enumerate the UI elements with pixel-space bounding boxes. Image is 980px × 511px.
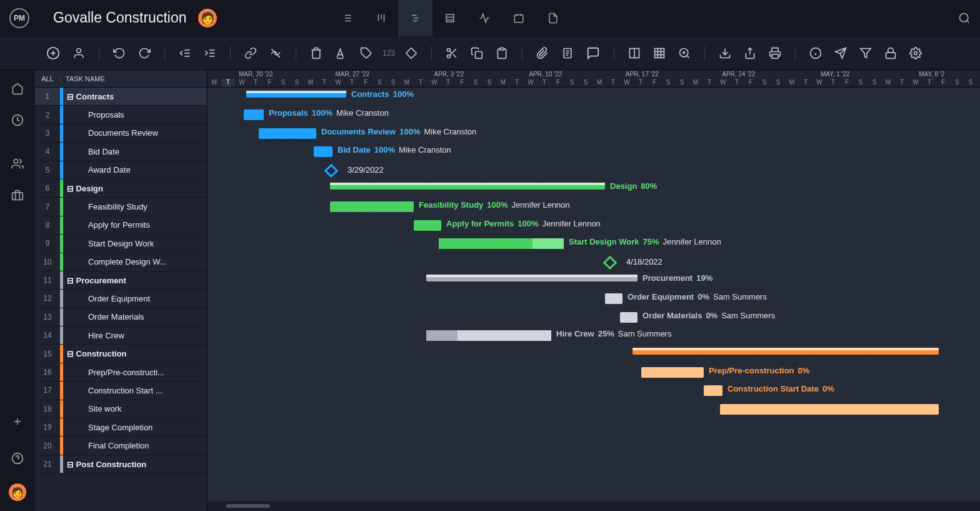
undo-icon[interactable] [111,44,128,62]
collapse-icon[interactable]: ⊟ [67,349,74,358]
scrollbar-thumb[interactable] [226,504,270,508]
task-row[interactable]: 11⊟ Procurement [35,271,207,290]
task-bar[interactable]: Documents Review100%Mike Cranston [259,128,316,139]
day-label: T [318,79,331,88]
lock-icon[interactable] [882,44,899,62]
task-bar[interactable]: Construction Start Date0% [704,385,722,396]
task-row[interactable]: 7Feasibility Study [35,198,207,216]
task-row[interactable]: 10Complete Design W... [35,253,207,271]
view-sheet-icon[interactable] [432,0,467,36]
delete-icon[interactable] [308,44,325,62]
gantt-body[interactable]: Contracts100%Proposals100%Mike CranstonD… [208,88,980,511]
row-number: 16 [35,368,60,377]
task-row[interactable]: 9Start Design Work [35,235,207,253]
task-row[interactable]: 5Award Date [35,161,207,180]
task-bar[interactable]: Feasibility Study100%Jennifer Lennon [330,201,414,212]
task-row[interactable]: 1⊟ Contracts [35,88,207,106]
zoom-icon[interactable] [676,44,693,62]
view-activity-icon[interactable] [467,0,501,36]
task-row[interactable]: 3Documents Review [35,124,207,143]
column-task-name[interactable]: TASK NAME [60,75,105,83]
task-bar[interactable]: Start Design Work75%Jennifer Lennon [439,238,564,249]
cut-icon[interactable] [443,44,461,62]
task-bar[interactable] [720,404,939,415]
attach-icon[interactable] [534,44,551,62]
task-row[interactable]: 4Bid Date [35,143,207,161]
milestone-marker[interactable] [603,255,618,270]
link-icon[interactable] [242,44,259,62]
add-workspace-icon[interactable] [12,416,23,427]
home-icon[interactable] [11,83,24,95]
task-row[interactable]: 6⊟ Design [35,180,207,198]
assign-icon[interactable] [70,44,88,62]
paste-icon[interactable] [493,44,511,62]
tag-icon[interactable] [358,44,375,62]
send-icon[interactable] [832,44,849,62]
task-name: Order Equipment [63,294,207,303]
milestone-icon[interactable] [402,44,420,62]
user-avatar-icon[interactable]: 🧑 [9,483,26,501]
grid-icon[interactable] [651,44,668,62]
share-icon[interactable] [741,44,759,62]
view-gantt-icon[interactable] [398,0,432,36]
search-icon[interactable] [958,12,971,24]
task-bar[interactable]: Proposals100%Mike Cranston [244,109,264,120]
task-row[interactable]: 15⊟ Construction [35,345,207,363]
view-list-icon[interactable] [329,0,364,36]
view-calendar-icon[interactable] [501,0,536,36]
horizontal-scrollbar[interactable] [208,501,980,511]
task-row[interactable]: 13Order Materials [35,308,207,326]
collapse-icon[interactable]: ⊟ [67,460,74,469]
task-name: Hire Crew [63,331,207,340]
info-icon[interactable] [807,44,824,62]
task-row[interactable]: 14Hire Crew [35,326,207,345]
copy-icon[interactable] [468,44,486,62]
task-row[interactable]: 18Site work [35,400,207,418]
comment-icon[interactable] [584,44,602,63]
task-row[interactable]: 19Stage Completion [35,418,207,437]
summary-bar[interactable]: Design80% [330,183,605,190]
task-row[interactable]: 8Apply for Permits [35,216,207,235]
task-row[interactable]: 12Order Equipment [35,290,207,308]
project-avatar[interactable]: 🧑 [198,9,217,28]
help-icon[interactable] [11,452,24,465]
task-row[interactable]: 16Prep/Pre-constructi... [35,363,207,382]
summary-bar[interactable] [632,348,939,355]
task-bar[interactable]: Prep/Pre-construction0% [641,367,704,378]
task-row[interactable]: 20Final Completion [35,437,207,455]
number-format-label[interactable]: 123 [382,49,395,58]
task-row[interactable]: 21⊟ Post Construction [35,455,207,473]
task-bar[interactable]: Order Materials0%Sam Summers [620,312,638,323]
outdent-icon[interactable] [176,44,194,62]
task-row[interactable]: 17Construction Start ... [35,382,207,400]
milestone-marker[interactable] [324,163,339,178]
collapse-icon[interactable]: ⊟ [67,184,74,193]
column-all[interactable]: ALL [35,75,60,83]
unlink-icon[interactable] [267,44,284,62]
collapse-icon[interactable]: ⊟ [67,276,74,285]
add-icon[interactable] [44,44,62,63]
recent-icon[interactable] [11,114,24,126]
task-bar[interactable]: Bid Date100%Mike Cranston [314,146,332,157]
print-icon[interactable] [766,44,784,62]
team-icon[interactable] [11,158,24,170]
task-row[interactable]: 2Proposals [35,106,207,124]
export-icon[interactable] [716,44,734,62]
columns-icon[interactable] [626,44,643,62]
notes-icon[interactable] [559,44,576,62]
filter-icon[interactable] [857,44,874,62]
task-bar[interactable]: Hire Crew25%Sam Summers [426,330,551,341]
app-logo[interactable]: PM [9,8,29,28]
task-bar[interactable]: Order Equipment0%Sam Summers [605,293,622,304]
settings-icon[interactable] [907,44,924,62]
redo-icon[interactable] [136,44,153,62]
summary-bar[interactable]: Procurement19% [426,275,638,281]
view-files-icon[interactable] [536,0,570,36]
collapse-icon[interactable]: ⊟ [67,92,74,101]
font-icon[interactable] [332,44,350,62]
indent-icon[interactable] [201,44,219,62]
view-board-icon[interactable] [364,0,398,36]
briefcase-icon[interactable] [11,189,24,201]
summary-bar[interactable]: Contracts100% [246,91,346,98]
task-bar[interactable]: Apply for Permits100%Jennifer Lennon [414,220,441,231]
